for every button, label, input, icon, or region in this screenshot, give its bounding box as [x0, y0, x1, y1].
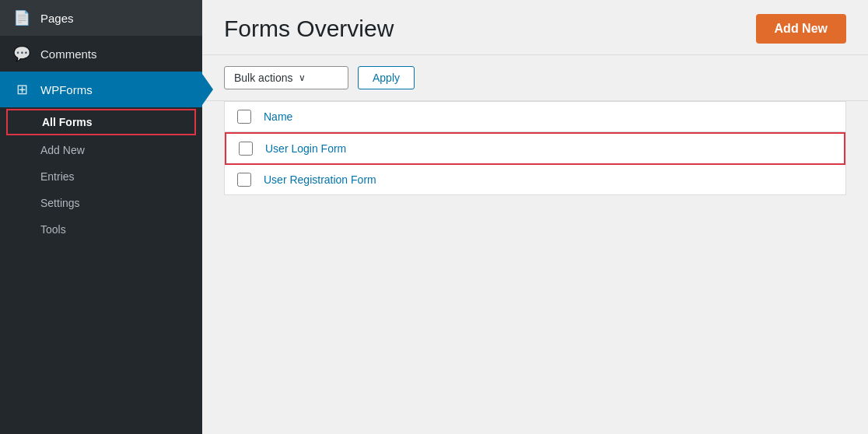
table-header-row: Name [225, 102, 845, 132]
bulk-actions-dropdown[interactable]: Bulk actions ∨ [224, 66, 348, 89]
chevron-down-icon: ∨ [299, 72, 306, 83]
wpforms-icon: ⊞ [12, 81, 31, 98]
sidebar-submenu: All Forms Add New Entries Settings Tools [0, 107, 202, 243]
main-header: Forms Overview Add New [202, 0, 868, 55]
sidebar-submenu-item-add-new[interactable]: Add New [0, 137, 202, 163]
sidebar-item-pages-label: Pages [40, 12, 74, 25]
column-name-header[interactable]: Name [264, 110, 292, 123]
row-2-checkbox[interactable] [237, 173, 251, 187]
form-link-user-login[interactable]: User Login Form [265, 142, 346, 155]
sidebar-submenu-item-settings[interactable]: Settings [0, 190, 202, 216]
sidebar-item-comments-label: Comments [40, 47, 97, 61]
bulk-actions-label: Bulk actions [234, 72, 292, 84]
apply-button[interactable]: Apply [358, 66, 415, 89]
sidebar-item-comments[interactable]: 💬 Comments [0, 36, 202, 72]
sidebar-submenu-item-entries[interactable]: Entries [0, 163, 202, 190]
sidebar-item-wpforms[interactable]: ⊞ WPForms [0, 72, 202, 107]
sidebar-item-pages[interactable]: 📄 Pages [0, 0, 202, 36]
main-content: Forms Overview Add New Bulk actions ∨ Ap… [202, 0, 868, 434]
sidebar: 📄 Pages 💬 Comments ⊞ WPForms All Forms A… [0, 0, 202, 434]
pages-icon: 📄 [12, 9, 31, 26]
add-new-button[interactable]: Add New [756, 14, 846, 44]
comments-icon: 💬 [12, 45, 31, 62]
page-title: Forms Overview [224, 16, 737, 42]
form-link-user-registration[interactable]: User Registration Form [264, 173, 376, 186]
sidebar-submenu-item-all-forms[interactable]: All Forms [6, 109, 196, 135]
table-row: User Registration Form [225, 165, 845, 194]
forms-table: Name User Login Form User Registration F… [224, 101, 846, 195]
toolbar: Bulk actions ∨ Apply [202, 55, 868, 101]
sidebar-item-wpforms-label: WPForms [40, 83, 93, 96]
row-1-checkbox[interactable] [239, 142, 253, 156]
table-row: User Login Form [225, 132, 845, 165]
sidebar-submenu-item-tools[interactable]: Tools [0, 216, 202, 243]
select-all-checkbox[interactable] [237, 110, 251, 124]
